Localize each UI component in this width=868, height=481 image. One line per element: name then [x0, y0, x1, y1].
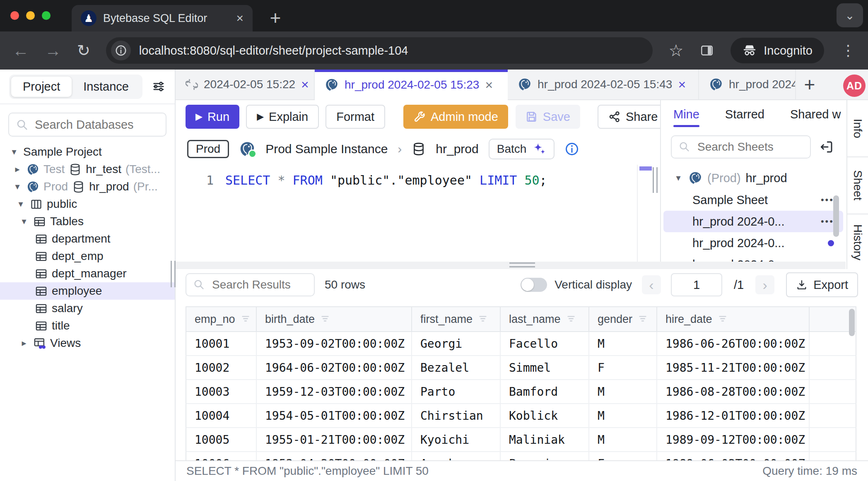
tree-node-project[interactable]: ▾ Sample Project: [0, 143, 175, 161]
tree-node-views-group[interactable]: ▸ Views: [0, 334, 175, 352]
cell[interactable]: 10002: [186, 356, 257, 379]
column-header-emp-no[interactable]: emp_no: [186, 307, 257, 331]
editor-tab-3[interactable]: hr_prod 2024-02-05 15:43 ×: [508, 70, 699, 99]
cell[interactable]: Bamford: [501, 380, 589, 403]
cell[interactable]: 10006: [186, 452, 257, 460]
tree-node-table-dept-emp[interactable]: dept_emp: [0, 248, 175, 265]
sheet-item-sample[interactable]: Sample Sheet •••: [663, 189, 843, 211]
sheet-item-unsaved-1[interactable]: hr_prod 2024-0...: [663, 232, 843, 254]
tab-instance[interactable]: Instance: [72, 77, 140, 97]
sql-editor[interactable]: 1 SELECT * FROM "public"."employee" LIMI…: [176, 165, 660, 262]
sort-icon[interactable]: [477, 314, 488, 325]
chevron-down-icon[interactable]: ▾: [16, 199, 26, 209]
cell[interactable]: M: [589, 332, 657, 355]
cell[interactable]: Preusig: [501, 452, 589, 460]
chevron-down-icon[interactable]: ▾: [673, 173, 683, 183]
tab-project[interactable]: Project: [11, 77, 72, 97]
cell[interactable]: Facello: [501, 332, 589, 355]
collapse-panel-icon[interactable]: [819, 139, 834, 154]
info-icon[interactable]: [564, 142, 579, 156]
search-sheets-input[interactable]: [697, 140, 798, 154]
omnibox[interactable]: localhost:8080/sql-editor/sheet/project-…: [106, 37, 653, 64]
browser-tab-close-icon[interactable]: ×: [236, 12, 244, 24]
editor-tab-1[interactable]: 2024-02-05 15:22 ×: [176, 70, 315, 99]
table-row-partial[interactable]: 10006 1953-04-20T00:00:00Z Anneke Preusi…: [186, 452, 856, 460]
filter-sliders-icon[interactable]: [152, 79, 166, 94]
cell[interactable]: Parto: [412, 380, 501, 403]
export-button[interactable]: Export: [786, 272, 858, 297]
cell[interactable]: 10004: [186, 404, 257, 427]
table-scrollbar[interactable]: [849, 309, 855, 336]
rail-tab-sheet[interactable]: Sheet: [847, 157, 868, 214]
editor-tab-4[interactable]: hr_prod 2024-0: [699, 70, 796, 99]
window-zoom-button[interactable]: [42, 11, 51, 20]
page-number-input[interactable]: [671, 273, 722, 296]
side-panel-icon[interactable]: [700, 43, 714, 58]
cell[interactable]: M: [589, 428, 657, 451]
more-menu-icon[interactable]: •••: [821, 216, 834, 227]
close-tab-icon[interactable]: ×: [678, 78, 686, 91]
cell[interactable]: 1954-05-01T00:00:00Z: [257, 404, 412, 427]
rail-tab-info[interactable]: Info: [847, 100, 868, 157]
cell[interactable]: Kyoichi: [412, 428, 501, 451]
cell[interactable]: F: [589, 452, 657, 460]
sheet-search[interactable]: [671, 135, 811, 159]
tab-mine[interactable]: Mine: [673, 108, 699, 127]
cell[interactable]: Maliniak: [501, 428, 589, 451]
cell[interactable]: 1964-06-02T00:00:00Z: [257, 356, 412, 379]
table-row[interactable]: 10004 1954-05-01T00:00:00Z Chirstian Kob…: [186, 404, 856, 428]
chevron-right-icon[interactable]: ▸: [19, 338, 29, 349]
previous-page-button[interactable]: ‹: [642, 275, 661, 294]
sort-icon[interactable]: [240, 314, 251, 325]
sort-icon[interactable]: [566, 314, 576, 325]
rail-tab-history[interactable]: History: [847, 214, 868, 272]
cell[interactable]: Simmel: [501, 356, 589, 379]
cell[interactable]: Chirstian: [412, 404, 501, 427]
editor-panel-resize-handle[interactable]: [653, 167, 658, 193]
chevron-down-icon[interactable]: ▾: [9, 147, 19, 157]
forward-icon[interactable]: →: [45, 42, 61, 59]
cell[interactable]: 1989-06-02T00:00:00Z: [657, 452, 810, 460]
cell[interactable]: 1986-06-26T00:00:00Z: [657, 332, 810, 355]
site-info-icon[interactable]: [111, 41, 131, 60]
minimap[interactable]: [637, 165, 638, 262]
search-databases-input[interactable]: [34, 118, 160, 132]
chevron-down-icon[interactable]: ▾: [19, 216, 29, 227]
cell[interactable]: 1989-09-12T00:00:00Z: [657, 428, 810, 451]
results-search[interactable]: [186, 273, 315, 296]
tree-node-table-dept-manager[interactable]: dept_manager: [0, 265, 175, 282]
vertical-display-toggle[interactable]: [521, 278, 547, 292]
search-results-input[interactable]: [211, 278, 304, 292]
admin-mode-button[interactable]: Admin mode: [403, 105, 508, 129]
batch-button[interactable]: Batch: [489, 139, 555, 159]
cell[interactable]: 1953-04-20T00:00:00Z: [257, 452, 412, 460]
cell[interactable]: M: [589, 404, 657, 427]
more-menu-icon[interactable]: •••: [821, 195, 834, 205]
cell[interactable]: 1985-11-21T00:00:00Z: [657, 356, 810, 379]
tab-shared-with-me[interactable]: Shared w: [790, 108, 841, 127]
sheet-panel-scrollbar[interactable]: [833, 195, 839, 237]
tree-node-table-department[interactable]: department: [0, 230, 175, 248]
breadcrumb-instance[interactable]: Prod Sample Instance: [265, 142, 388, 156]
cell[interactable]: 10003: [186, 380, 257, 403]
sheet-group-hr-prod[interactable]: ▾ (Prod) hr_prod: [661, 167, 846, 189]
chevron-down-icon[interactable]: ▾: [12, 181, 22, 192]
cell[interactable]: M: [589, 380, 657, 403]
table-row[interactable]: 10005 1955-01-21T00:00:00Z Kyoichi Malin…: [186, 428, 856, 452]
cell[interactable]: 1986-12-01T00:00:00Z: [657, 404, 810, 427]
cell[interactable]: Anneke: [412, 452, 501, 460]
run-button[interactable]: ▶ Run: [186, 105, 239, 129]
tree-node-table-title[interactable]: title: [0, 317, 175, 334]
breadcrumb-database[interactable]: hr_prod: [436, 142, 478, 156]
cell[interactable]: Koblick: [501, 404, 589, 427]
explain-button[interactable]: ▶ Explain: [246, 105, 319, 129]
tree-node-schema-public[interactable]: ▾ public: [0, 195, 175, 213]
chevron-right-icon[interactable]: ▸: [12, 164, 22, 175]
cell[interactable]: F: [589, 356, 657, 379]
tree-node-table-salary[interactable]: salary: [0, 300, 175, 317]
bookmark-star-icon[interactable]: ☆: [668, 42, 683, 59]
table-row[interactable]: 10002 1964-06-02T00:00:00Z Bezalel Simme…: [186, 356, 856, 380]
back-icon[interactable]: ←: [12, 42, 29, 59]
editor-tab-2-active[interactable]: hr_prod 2024-02-05 15:23 ×: [315, 70, 508, 100]
cell[interactable]: 1959-12-03T00:00:00Z: [257, 380, 412, 403]
